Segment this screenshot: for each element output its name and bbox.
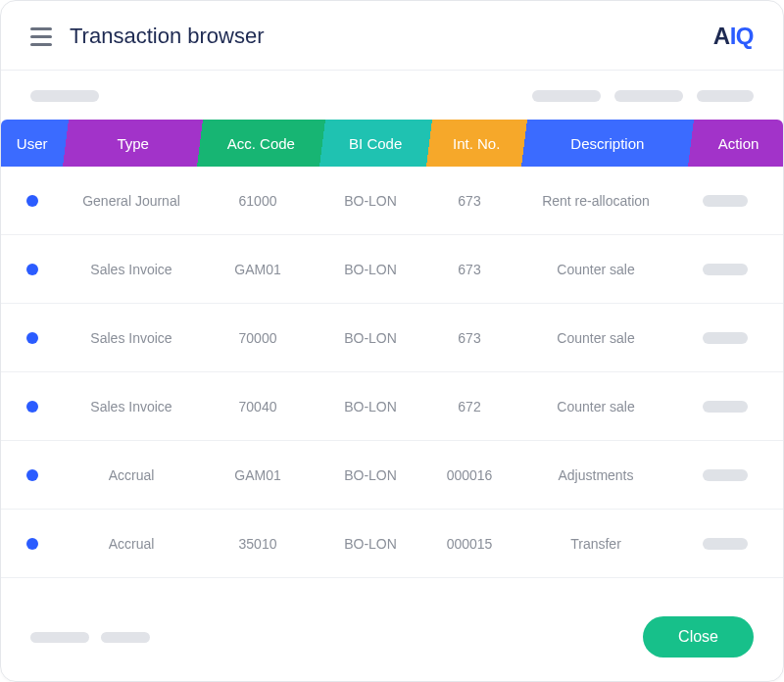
cell-description: Counter sale <box>514 262 677 277</box>
col-header-int-no[interactable]: Int. No. <box>432 120 521 167</box>
cell-type: General Journal <box>64 193 199 209</box>
footer: Close <box>1 597 783 681</box>
toolbar-placeholder[interactable] <box>697 90 754 102</box>
cell-int-no: 000016 <box>424 467 514 483</box>
col-header-description[interactable]: Description <box>527 120 688 167</box>
cell-int-no: 000015 <box>424 536 514 552</box>
cell-description: Transfer <box>514 536 677 552</box>
footer-placeholder[interactable] <box>101 632 150 643</box>
cell-user <box>1 401 64 413</box>
cell-action <box>677 469 773 481</box>
cell-action <box>677 195 773 207</box>
user-status-dot-icon <box>26 401 38 413</box>
titlebar: Transaction browser AIQ <box>1 1 783 71</box>
user-status-dot-icon <box>26 538 38 550</box>
cell-action <box>677 332 773 344</box>
page-title: Transaction browser <box>70 24 264 49</box>
cell-acc-code: 35010 <box>199 536 317 552</box>
toolbar <box>1 71 783 120</box>
cell-acc-code: 70000 <box>199 330 317 346</box>
user-status-dot-icon <box>26 264 38 275</box>
cell-bi-code: BO-LON <box>317 330 424 346</box>
cell-bi-code: BO-LON <box>317 536 424 552</box>
cell-action <box>677 264 773 275</box>
col-header-bi-code[interactable]: BI Code <box>325 120 426 167</box>
cell-acc-code: 61000 <box>199 193 317 209</box>
cell-user <box>1 264 64 275</box>
table-row[interactable]: General Journal61000BO-LON673Rent re-all… <box>1 167 783 235</box>
toolbar-placeholder[interactable] <box>30 90 99 102</box>
cell-type: Sales Invoice <box>64 399 199 414</box>
row-action-button[interactable] <box>703 469 748 481</box>
cell-type: Sales Invoice <box>64 330 199 346</box>
row-action-button[interactable] <box>703 332 748 344</box>
footer-placeholder[interactable] <box>30 632 89 643</box>
transaction-browser-window: Transaction browser AIQ User Type Acc. C… <box>0 0 784 682</box>
table-row[interactable]: Sales InvoiceGAM01BO-LON673Counter sale <box>1 235 783 304</box>
cell-int-no: 673 <box>424 262 514 277</box>
cell-description: Rent re-allocation <box>514 193 677 209</box>
row-action-button[interactable] <box>703 538 748 550</box>
col-header-action[interactable]: Action <box>694 120 783 167</box>
table-row[interactable]: AccrualGAM01BO-LON000016Adjustments <box>1 441 783 510</box>
col-header-acc-code[interactable]: Acc. Code <box>203 120 319 167</box>
cell-acc-code: 70040 <box>199 399 317 414</box>
table-header-row: User Type Acc. Code BI Code Int. No. Des… <box>1 120 783 167</box>
user-status-dot-icon <box>26 332 38 344</box>
cell-type: Accrual <box>64 467 199 483</box>
col-header-type[interactable]: Type <box>69 120 197 167</box>
user-status-dot-icon <box>26 195 38 207</box>
cell-user <box>1 469 64 481</box>
brand-logo: AIQ <box>713 23 754 50</box>
cell-description: Counter sale <box>514 330 677 346</box>
table-row[interactable]: Accrual35010BO-LON000015Transfer <box>1 510 783 578</box>
toolbar-placeholder[interactable] <box>614 90 683 102</box>
table-row[interactable]: Sales Invoice70040BO-LON672Counter sale <box>1 372 783 441</box>
cell-bi-code: BO-LON <box>317 399 424 414</box>
cell-int-no: 673 <box>424 330 514 346</box>
cell-bi-code: BO-LON <box>317 193 424 209</box>
toolbar-placeholder[interactable] <box>532 90 601 102</box>
cell-description: Adjustments <box>514 467 677 483</box>
cell-type: Accrual <box>64 536 199 552</box>
cell-description: Counter sale <box>514 399 677 414</box>
table-body: General Journal61000BO-LON673Rent re-all… <box>1 167 783 597</box>
cell-int-no: 672 <box>424 399 514 414</box>
cell-bi-code: BO-LON <box>317 262 424 277</box>
cell-user <box>1 332 64 344</box>
cell-type: Sales Invoice <box>64 262 199 277</box>
cell-action <box>677 538 773 550</box>
row-action-button[interactable] <box>703 195 748 207</box>
col-header-user[interactable]: User <box>1 120 63 167</box>
user-status-dot-icon <box>26 469 38 481</box>
row-action-button[interactable] <box>703 401 748 413</box>
row-action-button[interactable] <box>703 264 748 275</box>
cell-int-no: 673 <box>424 193 514 209</box>
table-row[interactable]: Sales Invoice70000BO-LON673Counter sale <box>1 304 783 372</box>
cell-bi-code: BO-LON <box>317 467 424 483</box>
cell-user <box>1 195 64 207</box>
menu-icon[interactable] <box>30 27 52 46</box>
cell-acc-code: GAM01 <box>199 262 317 277</box>
close-button[interactable]: Close <box>643 616 754 658</box>
cell-user <box>1 538 64 550</box>
cell-acc-code: GAM01 <box>199 467 317 483</box>
cell-action <box>677 401 773 413</box>
